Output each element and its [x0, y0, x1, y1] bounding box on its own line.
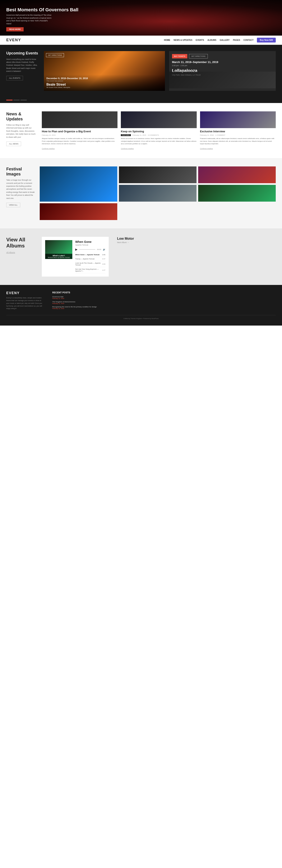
navbar: EVENY HOME NEWS & UPDATES EVENTS ALBUMS … [0, 36, 282, 45]
albums-left: View All Albums All Albums [6, 237, 36, 254]
nav-link-home[interactable]: HOME [164, 39, 170, 41]
festival-image-6 [40, 203, 117, 220]
track-2-duration: 2:47 [102, 258, 105, 260]
hero-title: Best Moments Of Governors Ball [6, 7, 78, 12]
albums-title: View All Albums [6, 237, 36, 249]
event1-name: Beale Street [46, 83, 163, 87]
nav-links: HOME NEWS & UPDATES EVENTS ALBUMS GALLER… [164, 38, 276, 42]
footer-post-2: The Kingdom of Awesomeness February 12, … [52, 301, 97, 304]
event2-get-directions-button[interactable]: GET DIRECTIONS [189, 54, 208, 58]
footer-post-2-date: February 12, 2016 [52, 303, 97, 304]
event1-get-directions-button[interactable]: GET DIRECTIONS [46, 53, 64, 57]
all-news-button[interactable]: ALL NEWS [6, 142, 21, 146]
news-card-3-image [200, 112, 276, 128]
upcoming-events-section: Upcoming Events Here's everything you ne… [0, 45, 282, 97]
nav-link-events[interactable]: EVENTS [196, 39, 204, 41]
footer-brand: EVENY Eveny is a beautifully clean, simp… [6, 291, 44, 311]
news-card-1-meta: February 12, 2019 [42, 134, 117, 136]
event2-time: 2:00 pm - 2:00 pm [172, 64, 273, 67]
player-progress-bar[interactable] [79, 249, 95, 250]
volume-icon[interactable]: 🔊 [103, 248, 105, 251]
footer-desc: Eveny is a beautifully clean, simple and… [6, 297, 44, 310]
news-left: News & Updates Follow our Blog to stay w… [6, 112, 36, 150]
slider-dot-1[interactable] [6, 100, 12, 100]
festival-view-all-button[interactable]: VIEW ALL [6, 203, 20, 207]
news-card-2-continue[interactable]: Continue reading [121, 148, 134, 150]
news-card-1-text: Aliquam facilisis semper massa, in molli… [42, 137, 117, 145]
album-artist: Apache Tomcat [75, 244, 105, 246]
festival-left: Festival Images Take a image tour throug… [6, 166, 36, 220]
track-1-title: When Gone — Apache Tomcat [75, 254, 100, 256]
nav-buy-button[interactable]: Buy Now $49 [257, 38, 276, 42]
upcoming-title: Upcoming Events [6, 51, 40, 56]
news-card-3-date: February 11, 2018 [200, 134, 214, 136]
festival-grid [40, 166, 276, 220]
footer-post-3-date: February 12, 2016 [52, 308, 97, 309]
slider-dot-3[interactable] [21, 100, 27, 100]
slider-dot-2[interactable] [13, 100, 20, 100]
albums-section: View All Albums All Albums What's Later?… [0, 228, 282, 285]
footer-post-3-title[interactable]: Recognizing the need to file the primary… [52, 306, 97, 308]
play-button[interactable]: ▶ [75, 248, 77, 251]
news-card-2-title: Keep on Spinning [121, 130, 197, 133]
footer-logo: EVENY [6, 291, 44, 295]
event1-passed: This event has passed [46, 80, 163, 82]
track-item-4[interactable]: Not Just Your Song Anymore — Apache T...… [75, 267, 105, 273]
footer-recent-posts: Recent Posts Governors Ball February 12,… [52, 291, 97, 311]
nav-logo: EVENY [6, 38, 21, 42]
news-card-3-title: Exclusive Interview [200, 130, 276, 133]
albums-all-link[interactable]: All Albums [6, 251, 15, 253]
event2-date: March 11, 2019–September 11, 2019 [172, 61, 273, 64]
track-list: When Gone — Apache Tomcat 1:66 Tranny — … [75, 253, 105, 273]
upcoming-desc: Here's everything you need to know about… [6, 58, 40, 73]
festival-image-5 [198, 185, 276, 202]
news-card-1-title: How to Plan and Organize a Big Event [42, 130, 117, 133]
news-card-1-continue[interactable]: Continue reading [42, 148, 55, 150]
album-name: When Gone [75, 240, 105, 244]
album-cover-label: What's Later? Musical Album by Apache To… [45, 254, 72, 259]
slider-dots [0, 97, 282, 103]
album-next-sub[interactable]: Next Album → [117, 241, 276, 244]
track-1-duration: 1:66 [102, 254, 105, 256]
news-card-2-comments[interactable]: 3 COMMENTS [148, 134, 159, 136]
news-card-3-continue[interactable]: Continue reading [200, 148, 213, 150]
news-card-2: Keep on Spinning FEATURED February 11, 2… [121, 112, 197, 150]
nav-link-albums[interactable]: ALBUMS [207, 39, 216, 41]
footer-post-1-title[interactable]: Governors Ball [52, 296, 97, 298]
footer-post-1-date: February 12, 2016 [52, 298, 97, 299]
news-section: News & Updates Follow our Blog to stay w… [0, 103, 282, 158]
album-player: What's Later? Musical Album by Apache To… [42, 237, 109, 277]
hero-read-more-button[interactable]: READ MORE [6, 27, 24, 31]
track-item-3[interactable]: Look Up At The Clouds — Apache Tomcat 2:… [75, 261, 105, 267]
footer-post-2-title[interactable]: The Kingdom of Awesomeness [52, 301, 97, 303]
nav-link-gallery[interactable]: GALLERY [220, 39, 230, 41]
hero-description: Governors Ball proved to be the meaning … [6, 14, 52, 25]
track-item-1[interactable]: When Gone — Apache Tomcat 1:66 [75, 253, 105, 257]
news-card-2-meta: FEATURED February 11, 2015 3 COMMENTS [121, 134, 197, 136]
event1-address: 56 South Front Street, Memphis [46, 87, 163, 88]
news-card-1: How to Plan and Organize a Big Event Feb… [42, 112, 117, 150]
album-next-label: Low Motor [117, 237, 276, 241]
festival-image-3 [198, 166, 276, 183]
footer-recent-posts-title: Recent Posts [52, 291, 97, 294]
news-card-2-image [121, 112, 197, 128]
upcoming-left: Upcoming Events Here's everything you ne… [6, 51, 40, 91]
nav-link-contact[interactable]: CONTACT [244, 39, 254, 41]
festival-image-4 [119, 185, 197, 202]
track-2-title: Tranny — Apache Tomcat [75, 258, 95, 260]
festival-title: Festival Images [6, 166, 36, 177]
all-events-button[interactable]: ALL EVENTS [6, 76, 23, 81]
nav-link-pages[interactable]: PAGES [233, 39, 240, 41]
nav-link-news[interactable]: NEWS & UPDATES [174, 39, 192, 41]
album-info: When Gone Apache Tomcat ▶ 00:00 🔊 When G… [75, 240, 105, 273]
player-controls: ▶ 00:00 🔊 [75, 248, 105, 251]
news-card-2-featured: FEATURED [121, 134, 131, 136]
event-card-2: BUY TICKETS GET DIRECTIONS March 11, 201… [169, 51, 276, 91]
news-card-1-date: February 12, 2019 [42, 134, 56, 136]
festival-image-1 [40, 166, 117, 202]
track-item-2[interactable]: Tranny — Apache Tomcat 2:47 [75, 257, 105, 261]
event2-buy-tickets-button[interactable]: BUY TICKETS [172, 54, 187, 58]
album-next: Low Motor Next Album → [115, 237, 276, 244]
news-grid: How to Plan and Organize a Big Event Feb… [42, 112, 276, 150]
news-card-3-comments[interactable]: 1 COMMENT [215, 134, 225, 136]
